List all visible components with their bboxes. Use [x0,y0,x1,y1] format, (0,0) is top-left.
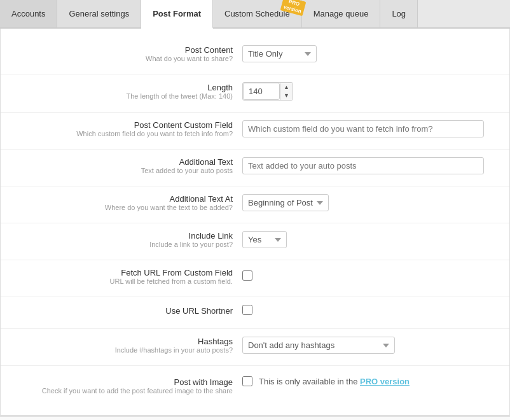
tab-log[interactable]: Log [380,0,418,27]
post-content-select[interactable]: Title Only Full Post Excerpt Title + Exc… [242,45,317,62]
post-with-image-row: Post with Image Check if you want to add… [1,370,509,401]
additional-text-row: Additional Text Text added to your auto … [1,153,509,178]
additional-text-at-row: Additional Text At Where do you want the… [1,190,509,215]
fetch-url-label: Fetch URL From Custom Field URL will be … [13,268,242,285]
length-up-button[interactable]: ▲ [280,83,293,92]
include-link-row: Include Link Include a link to your post… [1,227,509,252]
tab-custom-schedule[interactable]: Custom Schedule PROversion [213,0,302,27]
additional-text-at-select[interactable]: Beginning of Post End of Post [242,194,329,211]
tab-accounts[interactable]: Accounts [0,0,57,27]
post-with-image-label: Post with Image Check if you want to add… [13,376,242,395]
length-label: Length The length of the tweet (Max: 140… [13,83,242,100]
include-link-select[interactable]: Yes No [242,231,287,248]
length-row: Length The length of the tweet (Max: 140… [1,78,509,104]
tab-bar: Accounts General settings Post Format Cu… [0,0,510,29]
length-spinner: ▲ ▼ [242,82,293,101]
hashtags-row: Hashtags Include #hashtags in your auto … [1,333,509,358]
hashtags-label: Hashtags Include #hashtags in your auto … [13,337,242,354]
url-shortener-row: Use URL Shortner [1,301,509,321]
url-shortener-checkbox[interactable] [242,305,252,315]
tab-post-format[interactable]: Post Format [141,0,213,29]
additional-text-input[interactable] [242,157,484,174]
length-down-button[interactable]: ▼ [280,92,293,100]
tab-general-settings[interactable]: General settings [57,0,141,27]
include-link-label: Include Link Include a link to your post… [13,231,242,248]
footer-buttons: 🗑 RESET ↻ SAVE 🐦 START SHARING 🐦 SEE SAM… [0,416,510,420]
fetch-url-row: Fetch URL From Custom Field URL will be … [1,264,509,289]
pro-version-text: This is only available in the PRO versio… [259,377,410,386]
app-container: Accounts General settings Post Format Cu… [0,0,510,420]
pro-version-link[interactable]: PRO version [360,377,410,386]
post-content-row: Post Content What do you want to share? … [1,41,509,66]
url-shortener-label: Use URL Shortner [13,306,242,316]
post-content-label: Post Content What do you want to share? [13,45,242,62]
custom-field-row: Post Content Custom Field Which custom f… [1,116,509,141]
tab-manage-queue[interactable]: Manage queue [302,0,381,27]
form-content: Post Content What do you want to share? … [0,29,510,416]
hashtags-select[interactable]: Don't add any hashtags Auto-generate has… [242,337,395,354]
custom-field-label: Post Content Custom Field Which custom f… [13,120,242,137]
additional-text-label: Additional Text Text added to your auto … [13,157,242,174]
post-with-image-checkbox[interactable] [242,376,252,386]
additional-text-at-label: Additional Text At Where do you want the… [13,194,242,211]
length-input[interactable] [243,83,280,100]
custom-field-input[interactable] [242,120,484,137]
fetch-url-checkbox[interactable] [242,270,252,281]
